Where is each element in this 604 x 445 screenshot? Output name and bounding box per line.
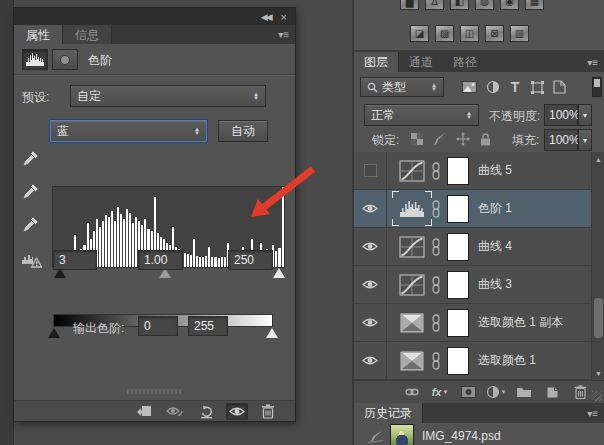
layer-row[interactable]: 曲线 5	[354, 152, 593, 190]
history-brush-icon[interactable]	[366, 428, 384, 444]
history-entry-row[interactable]: IMG_4974.psd	[354, 423, 604, 445]
panel-resize-grip[interactable]	[127, 389, 183, 394]
layer-mask-thumbnail[interactable]	[447, 271, 469, 299]
filter-pixel-layers-icon[interactable]	[460, 78, 478, 96]
layer-mask-thumbnail[interactable]	[447, 347, 469, 375]
layer-visibility-toggle[interactable]	[354, 190, 387, 227]
layer-row[interactable]: 曲线 4	[354, 228, 593, 266]
highlight-input-slider[interactable]	[273, 268, 285, 278]
adjustment-preset-photo-filter-icon[interactable]: ◍	[475, 0, 494, 10]
layer-name[interactable]: 色阶 1	[478, 200, 512, 217]
filter-adjustment-layers-icon[interactable]	[484, 78, 502, 96]
tab-info[interactable]: 信息	[63, 25, 112, 44]
output-highlight-field[interactable]	[188, 316, 228, 336]
link-layers-icon[interactable]	[400, 383, 424, 401]
hidden-visibility-well[interactable]	[364, 164, 377, 177]
opacity-value-box[interactable]: 100%	[544, 104, 578, 126]
layer-name[interactable]: 曲线 4	[478, 238, 512, 255]
layer-row[interactable]: 选取颜色 1	[354, 342, 593, 380]
filter-smart-objects-icon[interactable]	[550, 78, 568, 96]
toggle-visibility-icon[interactable]	[226, 403, 248, 420]
tab-history[interactable]: 历史记录	[354, 403, 423, 423]
layer-row[interactable]: 曲线 3	[354, 266, 593, 304]
opacity-dropdown-arrow[interactable]: ▼	[578, 104, 592, 126]
tab-layers[interactable]: 图层	[354, 52, 399, 72]
scroll-up-icon[interactable]: ▲	[592, 153, 604, 165]
history-snapshot-thumbnail[interactable]	[390, 424, 414, 445]
layer-visibility-toggle[interactable]	[354, 228, 387, 265]
adjustment-preset-gradient-map-icon[interactable]: ⊠	[485, 25, 504, 42]
layer-row[interactable]: 色阶 1	[354, 190, 593, 228]
tab-properties[interactable]: 属性	[14, 25, 63, 44]
delete-layer-icon[interactable]	[568, 383, 592, 401]
lock-all-icon[interactable]	[476, 130, 494, 148]
adjustment-thumbnail[interactable]	[397, 272, 427, 297]
adjustment-thumbnail[interactable]	[397, 158, 427, 183]
panel-menu-icon[interactable]: ▾≡	[278, 25, 295, 44]
mask-link-icon[interactable]	[431, 314, 441, 332]
lock-pixels-icon[interactable]	[430, 130, 448, 148]
fill-value-box[interactable]: 100%	[544, 129, 578, 151]
refresh-histogram-icon[interactable]	[22, 252, 42, 268]
blend-mode-dropdown[interactable]: 正常 ▲▼	[364, 104, 479, 126]
adjustment-preset-threshold-icon[interactable]: ◫	[460, 25, 479, 42]
layer-name[interactable]: 曲线 3	[478, 276, 512, 293]
output-shadow-slider[interactable]	[48, 328, 60, 338]
shadow-input-field[interactable]	[53, 250, 97, 270]
output-shadow-field[interactable]	[138, 316, 178, 336]
lock-transparency-icon[interactable]	[408, 130, 426, 148]
collapse-panel-icon[interactable]: ◀◀	[261, 12, 271, 22]
layers-scrollbar[interactable]: ▲ ▼	[591, 152, 604, 380]
layer-mask-thumbnail[interactable]	[447, 309, 469, 337]
adjustment-preset-black-white-icon[interactable]: ◧	[450, 0, 469, 10]
layer-mask-thumbnail[interactable]	[447, 233, 469, 261]
output-highlight-slider[interactable]	[266, 328, 278, 338]
adjustment-preset-color-lookup-icon[interactable]: ▦	[525, 0, 544, 10]
layer-row[interactable]: 选取颜色 1 副本	[354, 304, 593, 342]
layer-visibility-toggle[interactable]	[354, 152, 387, 189]
layer-mask-thumbnail[interactable]	[447, 195, 469, 223]
adjustment-thumbnail[interactable]	[397, 348, 427, 373]
adjustment-preset-selective-color-icon[interactable]: ▥	[510, 25, 529, 42]
tab-paths[interactable]: 路径	[443, 52, 487, 72]
layer-mask-thumbnail[interactable]	[447, 157, 469, 185]
layer-name[interactable]: 选取颜色 1	[478, 352, 536, 369]
filter-kind-dropdown[interactable]: 类型 ▲▼	[360, 77, 444, 97]
mask-link-icon[interactable]	[431, 200, 441, 218]
layer-visibility-toggle[interactable]	[354, 342, 387, 379]
layer-name[interactable]: 曲线 5	[478, 162, 512, 179]
lock-position-icon[interactable]	[454, 130, 472, 148]
white-point-eyedropper-icon[interactable]	[20, 214, 40, 234]
adjustment-preset-levels-icon[interactable]: ▆	[400, 0, 419, 10]
scrollbar-thumb[interactable]	[594, 298, 603, 338]
mask-link-icon[interactable]	[431, 238, 441, 256]
mask-link-icon[interactable]	[431, 162, 441, 180]
add-layer-mask-icon[interactable]	[456, 383, 480, 401]
panel-menu-icon[interactable]: ▾≡	[587, 403, 604, 423]
channel-dropdown[interactable]: 蓝 ▲▼	[50, 120, 207, 142]
adjustment-preset-color-balance-icon[interactable]: ∆	[425, 0, 444, 10]
filter-toggle-switch[interactable]	[592, 77, 602, 97]
dock-resize-grip[interactable]	[592, 391, 602, 401]
adjustment-preset-channel-mixer-icon[interactable]: ◉	[500, 0, 519, 10]
adjustment-thumbnail[interactable]	[397, 310, 427, 335]
adjustment-preset-posterize-icon[interactable]: ▨	[435, 25, 454, 42]
close-panel-icon[interactable]: ×	[281, 11, 287, 23]
levels-glyph-button[interactable]	[22, 49, 48, 70]
delete-adjustment-icon[interactable]	[257, 403, 279, 420]
reset-adjustment-icon[interactable]	[195, 403, 217, 420]
midtone-input-field[interactable]	[138, 250, 183, 270]
view-previous-state-icon[interactable]	[164, 403, 186, 420]
gray-point-eyedropper-icon[interactable]	[20, 181, 40, 201]
adjustment-thumbnail[interactable]	[397, 196, 427, 221]
layer-visibility-toggle[interactable]	[354, 304, 387, 341]
mask-link-icon[interactable]	[431, 352, 441, 370]
filter-shape-layers-icon[interactable]	[528, 78, 546, 96]
auto-button[interactable]: 自动	[218, 120, 268, 142]
new-group-icon[interactable]	[512, 383, 536, 401]
tab-channels[interactable]: 通道	[399, 52, 443, 72]
panel-menu-icon[interactable]: ▾≡	[587, 52, 604, 72]
adjustment-thumbnail[interactable]	[397, 234, 427, 259]
preset-dropdown[interactable]: 自定 ▲▼	[70, 85, 266, 107]
black-point-eyedropper-icon[interactable]	[20, 148, 40, 168]
